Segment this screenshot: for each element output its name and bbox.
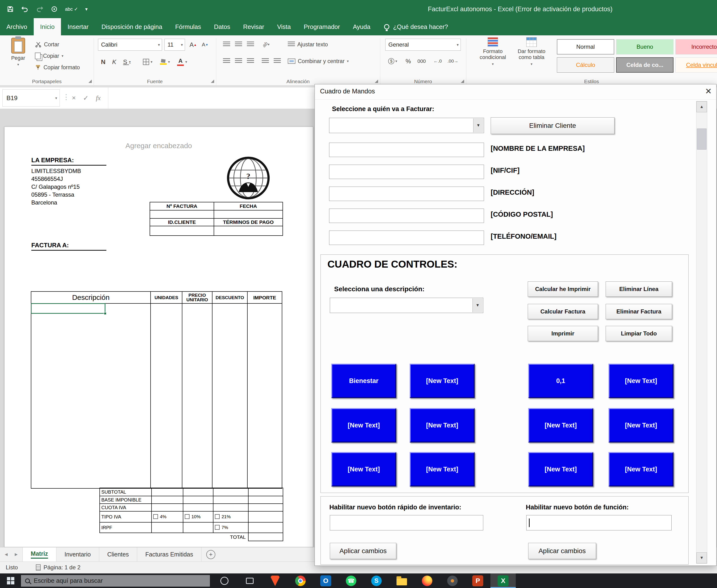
invoice-no-cell[interactable] [150,210,214,218]
customize-qat-button[interactable]: ▾ [85,7,88,12]
postal-code-field[interactable] [329,209,484,223]
format-as-table-button[interactable]: Dar formato como tabla ▾ [513,37,550,80]
powerpoint-button[interactable]: P [465,573,490,588]
orientation-button[interactable]: ab▾ [260,39,272,50]
sheet-tab-matriz[interactable]: Matriz [22,547,56,562]
comma-style-button[interactable]: 000 [415,56,428,66]
tab-programador[interactable]: Programador [297,18,347,35]
checkbox-icon[interactable] [215,525,220,530]
start-button[interactable] [0,573,21,588]
increase-decimal-button[interactable]: ←.0 [431,56,445,66]
fill-color-button[interactable]: ▾ [157,56,172,68]
summary-cell[interactable] [151,504,183,511]
borders-button[interactable]: ▾ [141,56,155,68]
number-format-combo[interactable]: General▾ [385,39,461,51]
summary-cell[interactable] [151,488,183,496]
touch-mode-button[interactable] [51,5,58,13]
date-cell[interactable] [214,210,283,218]
quick-button[interactable]: [New Text] [528,452,593,486]
app-button[interactable] [440,573,465,588]
bold-button[interactable]: N [98,56,108,68]
checkbox-icon[interactable] [153,514,158,519]
total-cell[interactable] [248,533,283,541]
items-col-body[interactable] [212,304,248,488]
quick-button[interactable]: [New Text] [609,452,674,486]
redo-button[interactable] [36,5,43,13]
copy-button[interactable]: Copiar ▾ [35,51,63,61]
cell-style-bueno[interactable]: Bueno [616,39,674,55]
dialog-title-bar[interactable]: Cuadro de Mandos × [315,84,716,100]
summary-cell[interactable] [248,522,283,533]
undo-button[interactable] [21,5,29,13]
nif-field[interactable] [329,165,484,179]
new-sheet-button[interactable]: + [206,550,216,559]
decrease-indent-button[interactable] [260,56,270,66]
summary-cell[interactable] [248,488,283,496]
checkbox-icon[interactable] [215,514,220,519]
cut-button[interactable]: Cortar [35,39,59,50]
tab-disposicion[interactable]: Disposición de página [95,18,169,35]
align-middle-button[interactable] [233,39,244,50]
taskbar-search[interactable]: Escribe aquí para buscar [21,575,210,587]
font-name-combo[interactable]: Calibri▾ [98,39,162,51]
tab-vista[interactable]: Vista [270,18,297,35]
align-top-button[interactable] [221,39,232,50]
increase-font-button[interactable]: A▲ [187,39,199,51]
cancel-button[interactable]: × [68,91,79,105]
dialog-launcher-icon[interactable] [374,79,378,83]
close-icon[interactable]: × [705,86,712,96]
summary-cell[interactable] [183,496,213,504]
brave-button[interactable] [262,573,288,588]
tab-datos[interactable]: Datos [207,18,237,35]
underline-button[interactable]: S ▾ [120,56,134,68]
items-col-body[interactable] [182,304,212,488]
scrollbar-thumb[interactable] [697,129,706,150]
tell-me-box[interactable]: ¿Qué desea hacer? [384,18,448,35]
accounting-format-button[interactable]: $▾ [385,56,400,66]
decrease-decimal-button[interactable]: .00→ [446,56,460,66]
apply-changes-function-button[interactable]: Aplicar cambios [528,543,596,559]
items-col-body[interactable] [151,304,182,488]
increase-indent-button[interactable] [272,56,283,66]
dialog-launcher-icon[interactable] [210,79,214,83]
client-combo[interactable]: ▼ [329,118,484,133]
cortana-button[interactable] [212,573,237,588]
description-combo[interactable]: ▼ [330,298,483,313]
items-body[interactable] [31,304,282,488]
calcular-factura-button[interactable]: Calcular Factura [528,304,598,319]
apply-changes-inventory-button[interactable]: Aplicar cambios [330,543,396,559]
form-scrollbar[interactable]: ▲ ▼ [696,101,707,564]
quick-button[interactable]: [New Text] [410,452,475,486]
quick-button[interactable]: [New Text] [331,452,396,486]
sheet-tab-inventario[interactable]: Inventario [56,547,99,562]
summary-cell[interactable] [183,504,213,511]
chrome-button[interactable] [288,573,313,588]
inventory-button-input[interactable] [330,515,483,530]
task-view-button[interactable] [237,573,262,588]
delete-client-button[interactable]: Eliminar Cliente [491,117,614,134]
phone-email-field[interactable] [329,231,484,245]
scroll-up-button[interactable]: ▲ [696,101,707,112]
tab-ayuda[interactable]: Ayuda [346,18,377,35]
save-button[interactable] [7,5,14,13]
quick-button[interactable]: [New Text] [528,408,593,442]
font-size-combo[interactable]: 11▾ [164,39,185,51]
align-bottom-button[interactable] [245,39,256,50]
skype-button[interactable]: S [364,573,389,588]
spelling-button[interactable]: abc ✓ [65,7,78,12]
dialog-launcher-icon[interactable] [87,79,92,83]
summary-cell[interactable] [248,504,283,511]
align-left-button[interactable] [221,56,232,66]
wrap-text-button[interactable]: Ajustar texto [288,39,328,50]
whatsapp-button[interactable]: ☎ [339,573,364,588]
company-name-field[interactable] [329,143,484,157]
imprimir-button[interactable]: Imprimir [528,326,598,341]
firefox-button[interactable] [414,573,440,588]
percent-style-button[interactable]: % [403,56,413,66]
conditional-format-button[interactable]: Formato condicional ▾ [475,37,511,80]
format-painter-button[interactable]: Copiar formato [35,62,80,72]
summary-cell[interactable] [151,522,183,533]
italic-button[interactable]: K [109,56,120,68]
tab-revisar[interactable]: Revisar [237,18,270,35]
merge-center-button[interactable]: Combinar y centrar▾ [288,56,349,66]
